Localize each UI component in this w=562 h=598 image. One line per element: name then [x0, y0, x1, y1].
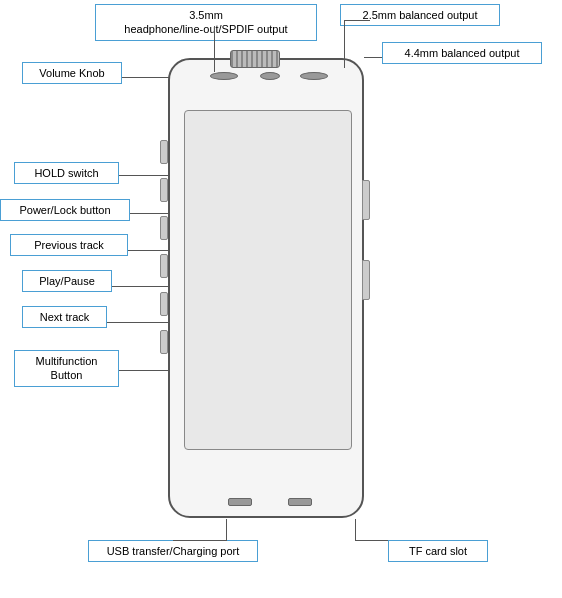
prev-button: [160, 216, 168, 240]
device-screen: [184, 110, 352, 450]
volume-label: Volume Knob: [22, 62, 122, 84]
diagram: 3.5mmheadphone/line-out/SPDIF output 2.5…: [0, 0, 562, 598]
multi-label: MultifunctionButton: [14, 350, 119, 387]
multi-line: [119, 370, 169, 371]
balanced-44-label: 4.4mm balanced output: [382, 42, 542, 64]
hold-label: HOLD switch: [14, 162, 119, 184]
device-body: [168, 58, 364, 518]
prev-label: Previous track: [10, 234, 128, 256]
balanced44-line: [364, 57, 382, 58]
usb-line-h: [173, 540, 226, 541]
tf-label: TF card slot: [388, 540, 488, 562]
power-button: [160, 178, 168, 202]
usb-port: [228, 498, 252, 506]
next-line: [107, 322, 169, 323]
usb-line-v: [226, 519, 227, 541]
port-25mm: [260, 72, 280, 80]
hold-line: [119, 175, 169, 176]
prev-line: [128, 250, 169, 251]
port-44mm: [300, 72, 328, 80]
hold-button: [160, 140, 168, 164]
play-label: Play/Pause: [22, 270, 112, 292]
right-bump-top: [362, 180, 370, 220]
multi-button: [160, 330, 168, 354]
port-35mm: [210, 72, 238, 80]
balanced25-line: [344, 20, 370, 21]
power-line: [130, 213, 169, 214]
next-label: Next track: [22, 306, 107, 328]
balanced-25-label: 2.5mm balanced output: [340, 4, 500, 26]
next-button: [160, 292, 168, 316]
headphone-line-v: [214, 26, 215, 72]
tf-line-v: [355, 519, 356, 541]
volume-knob-element: [230, 50, 280, 68]
play-line: [112, 286, 169, 287]
balanced25-line-v: [344, 20, 345, 68]
usb-label: USB transfer/Charging port: [88, 540, 258, 562]
power-label: Power/Lock button: [0, 199, 130, 221]
tf-line-h: [355, 540, 388, 541]
right-bump-bottom: [362, 260, 370, 300]
tf-port: [288, 498, 312, 506]
play-button: [160, 254, 168, 278]
volume-line-h: [122, 77, 170, 78]
headphone-label: 3.5mmheadphone/line-out/SPDIF output: [95, 4, 317, 41]
